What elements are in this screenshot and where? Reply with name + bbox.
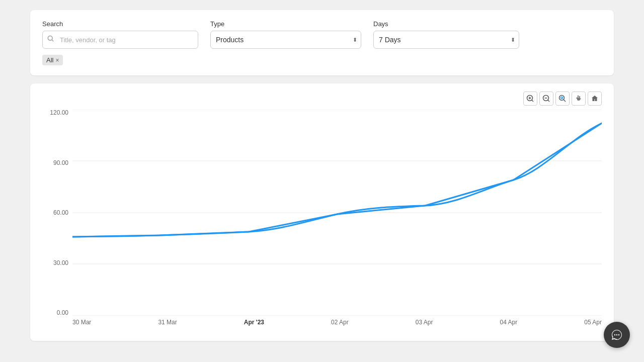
search-label: Search (42, 20, 198, 28)
search-group: Search (42, 20, 198, 49)
tag-row: All × (42, 55, 602, 65)
y-label-60: 60.00 (42, 210, 72, 216)
chart-toolbar (42, 92, 602, 106)
days-select[interactable]: 7 Days 14 Days 30 Days 90 Days (373, 31, 519, 49)
svg-point-17 (614, 334, 615, 335)
filter-row: Search Type Products (42, 20, 602, 49)
y-label-120: 120.00 (42, 110, 72, 116)
days-select-wrapper: 7 Days 14 Days 30 Days 90 Days ⬍ (373, 31, 519, 49)
chart-area: 120.00 90.00 60.00 30.00 0.00 (42, 110, 602, 331)
svg-line-3 (532, 100, 534, 102)
x-label-03apr: 03 Apr (416, 319, 433, 326)
chart-line (72, 123, 602, 237)
zoom-out-button[interactable] (539, 92, 553, 106)
svg-line-10 (564, 100, 566, 102)
search-wrapper (42, 31, 198, 49)
all-tag-label: All (46, 56, 53, 64)
days-group: Days 7 Days 14 Days 30 Days 90 Days ⬍ (373, 20, 519, 49)
x-label-apr23: Apr '23 (244, 319, 264, 326)
zoom-box-button[interactable] (555, 92, 570, 106)
home-button[interactable] (588, 92, 602, 106)
y-label-0: 0.00 (42, 310, 72, 316)
x-label-02apr: 02 Apr (331, 319, 349, 326)
type-select[interactable]: Products Variants Collections (210, 31, 361, 49)
chart-svg (72, 110, 602, 316)
y-label-90: 90.00 (42, 160, 72, 166)
chart-inner (72, 110, 602, 316)
chart-line-smooth (72, 123, 602, 237)
days-label: Days (373, 20, 519, 28)
all-tag: All × (42, 55, 63, 65)
pan-button[interactable] (572, 92, 586, 106)
filter-card: Search Type Products (30, 10, 614, 75)
x-label-05apr: 05 Apr (584, 319, 602, 326)
chat-button[interactable] (604, 322, 630, 348)
chart-card: 120.00 90.00 60.00 30.00 0.00 (30, 83, 614, 341)
type-select-wrapper: Products Variants Collections ⬍ (210, 31, 361, 49)
y-axis: 120.00 90.00 60.00 30.00 0.00 (42, 110, 72, 331)
svg-line-7 (548, 100, 550, 102)
x-axis: 30 Mar 31 Mar Apr '23 02 Apr 03 Apr 04 A… (72, 316, 602, 331)
zoom-in-button[interactable] (523, 92, 537, 106)
svg-point-11 (561, 97, 563, 99)
x-label-04apr: 04 Apr (500, 319, 517, 326)
search-input[interactable] (42, 31, 198, 49)
svg-point-18 (616, 334, 617, 335)
x-label-30mar: 30 Mar (72, 319, 91, 326)
type-group: Type Products Variants Collections ⬍ (210, 20, 361, 49)
y-label-30: 30.00 (42, 260, 72, 266)
x-label-31mar: 31 Mar (158, 319, 177, 326)
svg-point-19 (618, 334, 619, 335)
type-label: Type (210, 20, 361, 28)
all-tag-close[interactable]: × (55, 57, 59, 63)
